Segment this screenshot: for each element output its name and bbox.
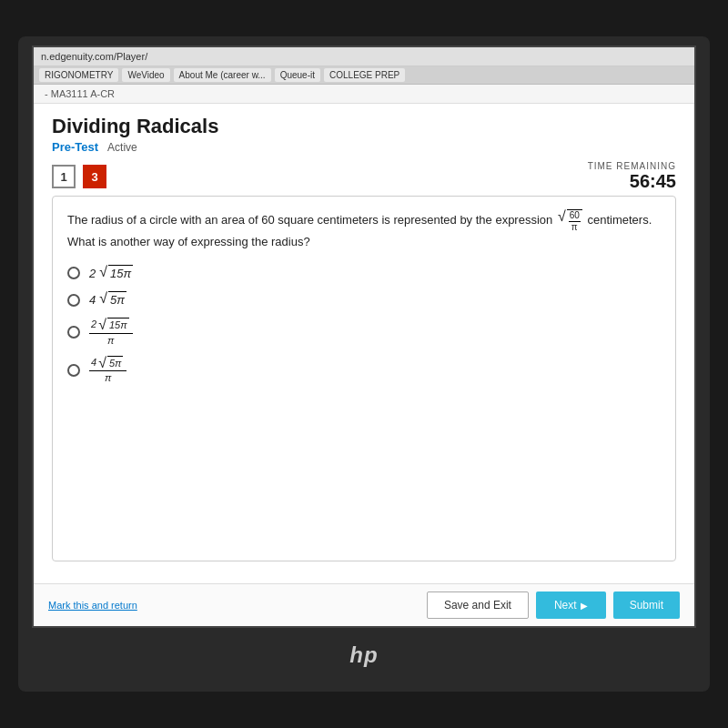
question-btn-3[interactable]: 3	[83, 165, 106, 188]
tab-about-me[interactable]: About Me (career w...	[174, 68, 271, 82]
option-a-math: 2√15π	[89, 265, 135, 282]
question-text-before: The radius of a circle with an area of 6…	[67, 213, 552, 227]
question-nav: 1 3 TIME REMAINING 56:45	[52, 161, 676, 192]
time-remaining: TIME REMAINING 56:45	[588, 161, 676, 192]
tab-queue-it[interactable]: Queue-it	[275, 68, 320, 82]
option-b-math: 4√5π	[89, 291, 128, 308]
pretest-label: Pre-Test	[52, 140, 98, 154]
radio-d[interactable]	[67, 364, 80, 377]
breadcrumb: - MA3111 A-CR	[34, 85, 694, 104]
mark-return-link[interactable]: Mark this and return	[48, 600, 137, 611]
option-c[interactable]: 2√15π π	[67, 318, 661, 347]
radio-b[interactable]	[67, 294, 80, 307]
content-area: Dividing Radicals Pre-Test Active 1 3 TI…	[34, 104, 694, 583]
question-text: The radius of a circle with an area of 6…	[67, 209, 661, 252]
next-button[interactable]: Next	[536, 592, 606, 619]
submit-button[interactable]: Submit	[613, 592, 680, 619]
browser-url-bar: n.edgenuity.com/Player/	[34, 47, 694, 66]
question-btn-1[interactable]: 1	[52, 165, 76, 188]
options-list: 2√15π 4√5π	[67, 265, 661, 385]
hp-logo: hp	[309, 628, 419, 682]
time-value: 56:45	[588, 171, 676, 192]
option-d-math: 4√5π π	[89, 356, 126, 385]
question-box: The radius of a circle with an area of 6…	[52, 196, 676, 561]
sqrt-expression: √ 60 π	[558, 209, 582, 233]
radio-c[interactable]	[67, 326, 80, 339]
page-title: Dividing Radicals	[52, 115, 676, 138]
browser-tabs: RIGONOMETRY WeVideo About Me (career w..…	[34, 66, 694, 85]
screen: n.edgenuity.com/Player/ RIGONOMETRY WeVi…	[32, 46, 696, 628]
action-buttons: Save and Exit Next Submit	[427, 592, 680, 619]
time-label: TIME REMAINING	[588, 161, 676, 171]
active-badge: Active	[107, 141, 137, 154]
url-text: n.edgenuity.com/Player/	[41, 51, 147, 62]
option-d[interactable]: 4√5π π	[67, 356, 661, 385]
option-c-math: 2√15π π	[89, 318, 133, 347]
option-a[interactable]: 2√15π	[67, 265, 661, 282]
tab-college-prep[interactable]: COLLEGE PREP	[324, 68, 405, 82]
monitor-frame: n.edgenuity.com/Player/ RIGONOMETRY WeVi…	[18, 36, 710, 692]
tab-wevideo[interactable]: WeVideo	[122, 68, 169, 82]
option-b[interactable]: 4√5π	[67, 291, 661, 308]
subtitle-row: Pre-Test Active	[52, 140, 676, 154]
tab-trigonometry[interactable]: RIGONOMETRY	[39, 68, 118, 82]
save-exit-button[interactable]: Save and Exit	[427, 592, 529, 619]
bottom-bar: Mark this and return Save and Exit Next …	[34, 583, 694, 626]
radio-a[interactable]	[67, 267, 80, 279]
